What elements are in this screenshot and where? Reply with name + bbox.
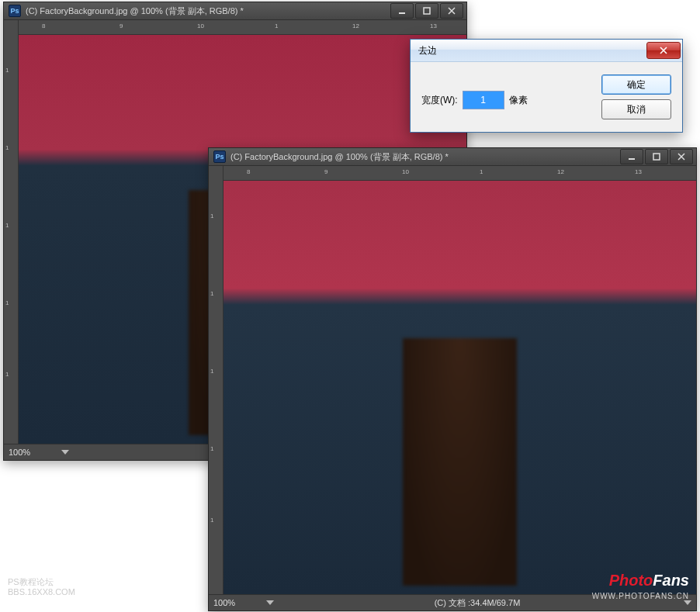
watermark-left: PS教程论坛 BBS.16XX8.COM <box>8 577 75 599</box>
close-button[interactable] <box>670 149 693 164</box>
watermark-text: PS教程论坛 <box>8 577 75 588</box>
ruler-vertical[interactable]: 1 1 1 1 1 <box>209 166 224 594</box>
document-canvas[interactable] <box>224 181 696 594</box>
ruler-tick: 1 <box>210 517 213 524</box>
ruler-tick: 1 <box>210 213 213 220</box>
ruler-tick: 1 <box>5 144 9 151</box>
close-icon <box>660 47 667 54</box>
defringe-dialog: 去边 宽度(W): 1 像素 确定 取消 <box>410 39 683 133</box>
ruler-tick: 12 <box>352 22 359 29</box>
ruler-tick: 1 <box>210 290 213 297</box>
close-icon <box>677 153 685 161</box>
minimize-button[interactable] <box>620 149 643 164</box>
titlebar[interactable]: Ps (C) FactoryBackground.jpg @ 100% (背景 … <box>4 2 466 20</box>
document-info: (C) 文档 :34.4M/69.7M <box>282 597 673 609</box>
ruler-tick: 13 <box>430 22 437 29</box>
document-title: (C) FactoryBackground.jpg @ 100% (背景 副本,… <box>230 151 619 163</box>
ruler-tick: 1 <box>5 67 9 74</box>
ruler-tick: 8 <box>42 22 45 29</box>
ruler-horizontal[interactable]: 8 9 10 1 12 13 <box>19 20 466 35</box>
cancel-button[interactable]: 取消 <box>601 99 671 119</box>
ruler-tick: 1 <box>5 371 9 378</box>
maximize-icon <box>653 153 660 161</box>
ruler-tick: 9 <box>120 22 123 29</box>
canvas-image <box>224 181 696 594</box>
app-icon: Ps <box>9 5 21 17</box>
ruler-tick: 10 <box>197 22 204 29</box>
status-menu-icon[interactable] <box>266 600 274 605</box>
ruler-tick: 10 <box>402 168 409 175</box>
dialog-close-button[interactable] <box>646 42 681 59</box>
ruler-tick: 1 <box>5 222 9 229</box>
ruler-horizontal[interactable]: 8 9 10 1 12 13 <box>224 166 696 181</box>
ruler-tick: 1 <box>5 299 9 306</box>
status-bar: 100% (C) 文档 :34.4M/69.7M <box>209 594 696 610</box>
width-label: 宽度(W): <box>421 94 458 107</box>
ruler-tick: 13 <box>635 168 642 175</box>
maximize-icon <box>423 7 431 15</box>
ruler-tick: 1 <box>480 168 483 175</box>
minimize-button[interactable] <box>390 3 414 19</box>
dialog-titlebar[interactable]: 去边 <box>411 40 682 62</box>
unit-label: 像素 <box>509 94 528 107</box>
app-icon: Ps <box>213 150 226 163</box>
minimize-icon <box>398 7 406 15</box>
ruler-tick: 1 <box>210 445 213 452</box>
close-icon <box>448 7 456 15</box>
zoom-level[interactable]: 100% <box>213 598 255 607</box>
ruler-tick: 8 <box>247 168 250 175</box>
status-menu-icon[interactable] <box>61 450 69 455</box>
watermark-text: BBS.16XX8.COM <box>8 587 75 598</box>
status-menu-icon[interactable] <box>684 600 691 605</box>
width-input[interactable]: 1 <box>463 91 504 109</box>
svg-rect-2 <box>629 158 635 160</box>
titlebar[interactable]: Ps (C) FactoryBackground.jpg @ 100% (背景 … <box>209 148 696 166</box>
document-title: (C) FactoryBackground.jpg @ 100% (背景 副本,… <box>26 5 389 17</box>
ruler-tick: 12 <box>557 168 564 175</box>
editor-window-front: Ps (C) FactoryBackground.jpg @ 100% (背景 … <box>208 147 697 611</box>
svg-rect-3 <box>653 154 660 160</box>
dialog-title: 去边 <box>418 44 646 57</box>
ok-button[interactable]: 确定 <box>601 74 671 95</box>
ruler-tick: 1 <box>210 368 213 375</box>
svg-rect-0 <box>399 12 405 14</box>
maximize-button[interactable] <box>645 149 668 164</box>
svg-rect-1 <box>424 8 430 14</box>
ruler-tick: 1 <box>275 22 278 29</box>
close-button[interactable] <box>440 3 463 19</box>
ruler-vertical[interactable]: 1 1 1 1 1 <box>4 20 19 444</box>
minimize-icon <box>628 153 636 161</box>
zoom-level[interactable]: 100% <box>9 448 50 457</box>
maximize-button[interactable] <box>415 3 438 19</box>
ruler-tick: 9 <box>324 168 327 175</box>
